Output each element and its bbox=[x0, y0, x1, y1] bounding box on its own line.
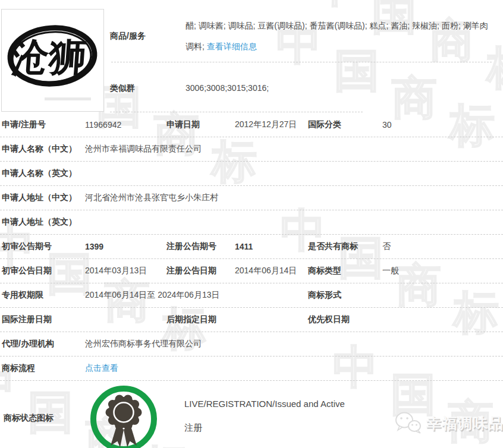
shared-trademark-label: 是否共有商标 bbox=[306, 241, 382, 252]
priority-date-label: 优先权日期 bbox=[306, 314, 382, 325]
agency-value: 沧州宏伟商标事务代理有限公司 bbox=[85, 339, 503, 349]
applicant-address-en-label: 申请人地址（英文） bbox=[0, 217, 85, 228]
preliminary-gazette-no-value: 1399 bbox=[85, 242, 165, 251]
trademark-form-label: 商标形式 bbox=[306, 290, 382, 301]
table-row-gazette-dates: 初审公告日期 2014年03月13日 注册公告日期 2014年06月14日 商标… bbox=[0, 259, 503, 283]
table-row-trademark-process: 商标流程 点击查看 bbox=[0, 356, 503, 381]
trademark-type-value: 一般 bbox=[382, 266, 503, 276]
registration-gazette-no-value: 1411 bbox=[235, 242, 306, 251]
table-row-application-number: 申请/注册号 11966942 申请日期 2012年12月27日 国际分类 30 bbox=[0, 113, 503, 137]
later-designation-date-label: 后期指定日期 bbox=[165, 314, 235, 325]
divider bbox=[110, 112, 363, 112]
table-row-international-dates: 国际注册日期 后期指定日期 优先权日期 bbox=[0, 308, 503, 332]
exclusive-right-period-label: 专用权期限 bbox=[0, 290, 85, 301]
footer-brand-text: 幸福调味品 bbox=[426, 414, 503, 433]
registration-status-badge-icon bbox=[89, 384, 158, 448]
application-number-label: 申请/注册号 bbox=[0, 119, 85, 130]
trademark-logo-text: 沧狮 bbox=[8, 36, 89, 78]
table-row-applicant-address-en: 申请人地址（英文） bbox=[0, 210, 503, 235]
intl-registration-date-label: 国际注册日期 bbox=[0, 314, 85, 325]
intl-class-value: 30 bbox=[382, 120, 503, 130]
table-row-applicant-name-cn: 申请人名称（中文） 沧州市幸福调味品有限责任公司 bbox=[0, 137, 503, 162]
trademark-type-label: 商标类型 bbox=[306, 266, 382, 276]
table-row-applicant-address-cn: 申请人地址（中文） 河北省沧州市沧县张官屯乡小朱庄村 bbox=[0, 186, 503, 210]
table-row-agency: 代理/办理机构 沧州宏伟商标事务代理有限公司 bbox=[0, 332, 503, 356]
trademark-image: 沧狮 bbox=[1, 9, 104, 112]
table-row-gazette-numbers: 初审公告期号 1399 注册公告期号 1411 是否共有商标 否 bbox=[0, 235, 503, 259]
table-row-applicant-name-en: 申请人名称（英文） bbox=[0, 162, 503, 186]
trademark-detail-page: 中国商标 中国商标 中国商标 中国商标 中国商标 中国商标 中国商标 沧狮 商品… bbox=[0, 0, 503, 448]
trademark-logo-icon: 沧狮 bbox=[2, 10, 103, 111]
watermark-char: 中 bbox=[314, 0, 359, 8]
preliminary-gazette-no-label: 初审公告期号 bbox=[0, 241, 85, 252]
intl-class-label: 国际分类 bbox=[306, 119, 382, 130]
trademark-process-label: 商标流程 bbox=[0, 363, 85, 374]
goods-services-label: 商品/服务 bbox=[110, 31, 146, 42]
wechat-icon bbox=[394, 410, 423, 436]
preliminary-gazette-date-label: 初审公告日期 bbox=[0, 266, 85, 276]
agency-label: 代理/办理机构 bbox=[0, 339, 85, 349]
status-text-cn: 注册 bbox=[184, 422, 202, 434]
preliminary-gazette-date-value: 2014年03月13日 bbox=[85, 266, 165, 276]
divider bbox=[111, 62, 492, 62]
goods-services-value: 醋; 调味酱; 调味品; 豆酱(调味品); 番茄酱(调味品); 糕点; 酱油; … bbox=[186, 15, 495, 57]
shared-trademark-value: 否 bbox=[382, 241, 503, 252]
registration-gazette-date-value: 2014年06月14日 bbox=[235, 266, 306, 276]
applicant-address-cn-label: 申请人地址（中文） bbox=[0, 193, 85, 203]
click-to-view-link[interactable]: 点击查看 bbox=[85, 363, 118, 373]
applicant-name-en-label: 申请人名称（英文） bbox=[0, 168, 85, 179]
footer-brand-watermark: 幸福调味品 bbox=[394, 410, 503, 436]
similar-group-label: 类似群 bbox=[110, 83, 135, 94]
exclusive-right-period-value: 2014年06月14日至 2024年06月13日 bbox=[85, 290, 306, 301]
applicant-name-cn-label: 申请人名称（中文） bbox=[0, 144, 85, 154]
status-text-en: LIVE/REGISTRATION/Issued and Active bbox=[184, 399, 345, 409]
registration-gazette-no-label: 注册公告期号 bbox=[165, 241, 235, 252]
trademark-detail-table: 申请/注册号 11966942 申请日期 2012年12月27日 国际分类 30… bbox=[0, 113, 503, 448]
table-row-exclusive-right-period: 专用权期限 2014年06月14日至 2024年06月13日 商标形式 bbox=[0, 283, 503, 308]
application-date-value: 2012年12月27日 bbox=[235, 119, 306, 130]
applicant-name-cn-value: 沧州市幸福调味品有限责任公司 bbox=[85, 144, 503, 154]
application-number-value: 11966942 bbox=[85, 120, 165, 130]
application-date-label: 申请日期 bbox=[165, 119, 235, 130]
trademark-status-label: 商标状态图标 bbox=[2, 413, 54, 424]
view-details-link[interactable]: 查看详细信息 bbox=[207, 42, 257, 51]
similar-group-value: 3006;3008;3015;3016; bbox=[186, 83, 269, 93]
registration-gazette-date-label: 注册公告日期 bbox=[165, 266, 235, 276]
applicant-address-cn-value: 河北省沧州市沧县张官屯乡小朱庄村 bbox=[85, 193, 503, 203]
